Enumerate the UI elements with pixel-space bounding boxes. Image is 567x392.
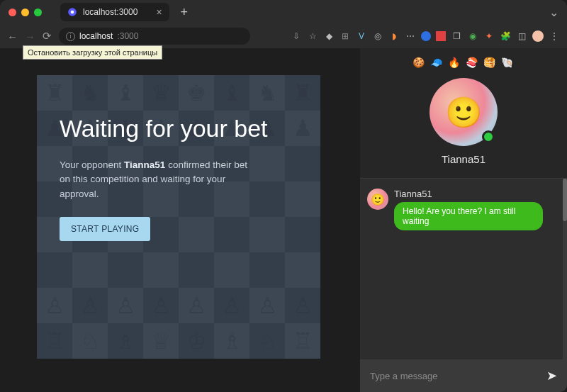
url-port: :3000 bbox=[117, 31, 138, 41]
overlay-body: Your opponent Tianna51 confirmed their b… bbox=[60, 158, 251, 201]
new-tab-button[interactable]: + bbox=[181, 5, 189, 20]
extension-icon[interactable]: ⋯ bbox=[405, 30, 416, 42]
message-avatar: 🙂 bbox=[367, 189, 388, 210]
close-window-button[interactable] bbox=[9, 9, 16, 16]
game-panel: ♜♞♝♛♚♝♞♜♟♟♟♟♟♟♟♟♙♙♙♙♙♙♙♙♖♘♗♕♔♗♘♖ Waiting… bbox=[0, 48, 360, 392]
profile-emojis: 🍪 🧢 🔥 🍣 🥞 🐚 bbox=[360, 57, 567, 68]
extension-icon[interactable]: ◉ bbox=[467, 30, 478, 42]
window-controls bbox=[9, 9, 42, 16]
tab-favicon bbox=[67, 7, 77, 17]
address-bar-row: ← → ⟳ i localhost:3000 ⇩ ☆ ◆ ⊞ V ◎ ◗ ⋯ ❒… bbox=[0, 24, 567, 48]
extension-icon[interactable]: ◗ bbox=[388, 30, 400, 42]
overlay-title: Waiting for your bet bbox=[60, 115, 298, 142]
start-playing-button[interactable]: START PLAYING bbox=[60, 217, 150, 241]
kebab-menu-icon[interactable]: ⋮ bbox=[549, 30, 560, 42]
scrollbar-thumb[interactable] bbox=[563, 179, 567, 221]
title-bar: localhost:3000 × + ⌄ bbox=[0, 0, 567, 24]
profile-avatar-icon[interactable] bbox=[532, 30, 544, 42]
opponent-name: Tianna51 bbox=[124, 159, 165, 170]
reload-tooltip: Остановить загрузку этой страницы bbox=[23, 45, 162, 60]
url-host: localhost bbox=[79, 31, 113, 41]
browser-window: localhost:3000 × + ⌄ ← → ⟳ i localhost:3… bbox=[0, 0, 567, 392]
bet-overlay: Waiting for your bet Your opponent Tiann… bbox=[37, 75, 320, 359]
chess-board-wrap: ♜♞♝♛♚♝♞♜♟♟♟♟♟♟♟♟♙♙♙♙♙♙♙♙♖♘♗♕♔♗♘♖ Waiting… bbox=[37, 75, 320, 359]
bookmark-star-icon[interactable]: ☆ bbox=[307, 30, 318, 42]
extension-icon[interactable]: ⊞ bbox=[339, 30, 351, 42]
chat-message: 🙂 Tianna51 Hello! Are you there? I am st… bbox=[367, 189, 560, 230]
message-input[interactable] bbox=[370, 371, 539, 381]
minimize-window-button[interactable] bbox=[21, 9, 29, 16]
extensions-puzzle-icon[interactable]: 🧩 bbox=[500, 30, 511, 42]
chevron-down-icon[interactable]: ⌄ bbox=[549, 6, 558, 19]
send-icon[interactable]: ➤ bbox=[546, 368, 557, 383]
maximize-window-button[interactable] bbox=[34, 9, 42, 16]
svg-point-1 bbox=[71, 11, 74, 14]
profile-name: Tianna51 bbox=[360, 153, 567, 165]
presence-online-icon bbox=[482, 130, 495, 143]
message-sender: Tianna51 bbox=[394, 189, 543, 199]
side-panel-icon[interactable]: ◫ bbox=[516, 30, 527, 42]
page-content: ♜♞♝♛♚♝♞♜♟♟♟♟♟♟♟♟♙♙♙♙♙♙♙♙♖♘♗♕♔♗♘♖ Waiting… bbox=[0, 48, 567, 392]
extension-icon[interactable]: ❒ bbox=[451, 30, 462, 42]
forward-button[interactable]: → bbox=[25, 30, 35, 43]
extension-icon[interactable]: ◎ bbox=[372, 30, 383, 42]
extension-icon[interactable] bbox=[421, 31, 431, 41]
site-info-icon[interactable]: i bbox=[66, 32, 75, 41]
avatar-wrap: 🙂 bbox=[430, 78, 498, 146]
extension-icon[interactable]: ◆ bbox=[323, 30, 335, 42]
message-composer: ➤ bbox=[360, 359, 567, 392]
install-icon[interactable]: ⇩ bbox=[291, 30, 302, 42]
url-field[interactable]: i localhost:3000 bbox=[59, 28, 250, 45]
extension-icon[interactable]: ✦ bbox=[483, 30, 495, 42]
close-tab-button[interactable]: × bbox=[156, 6, 162, 18]
browser-tab[interactable]: localhost:3000 × bbox=[60, 3, 169, 21]
chat-scrollbar[interactable] bbox=[563, 179, 567, 359]
opponent-profile: 🍪 🧢 🔥 🍣 🥞 🐚 🙂 Tianna51 bbox=[360, 48, 567, 178]
toolbar-icons: ⇩ ☆ ◆ ⊞ V ◎ ◗ ⋯ ❒ ◉ ✦ 🧩 ◫ ⋮ bbox=[291, 30, 560, 42]
chat-log: 🙂 Tianna51 Hello! Are you there? I am st… bbox=[360, 178, 567, 359]
back-button[interactable]: ← bbox=[7, 30, 18, 43]
message-bubble: Hello! Are you there? I am still waiting bbox=[394, 202, 543, 230]
reload-button[interactable]: ⟳ bbox=[43, 30, 52, 43]
extension-icon[interactable] bbox=[436, 31, 446, 41]
chat-panel: 🍪 🧢 🔥 🍣 🥞 🐚 🙂 Tianna51 🙂 Tianna51 Hello!… bbox=[360, 48, 567, 392]
tab-title: localhost:3000 bbox=[83, 7, 137, 17]
extension-icon[interactable]: V bbox=[356, 30, 367, 42]
